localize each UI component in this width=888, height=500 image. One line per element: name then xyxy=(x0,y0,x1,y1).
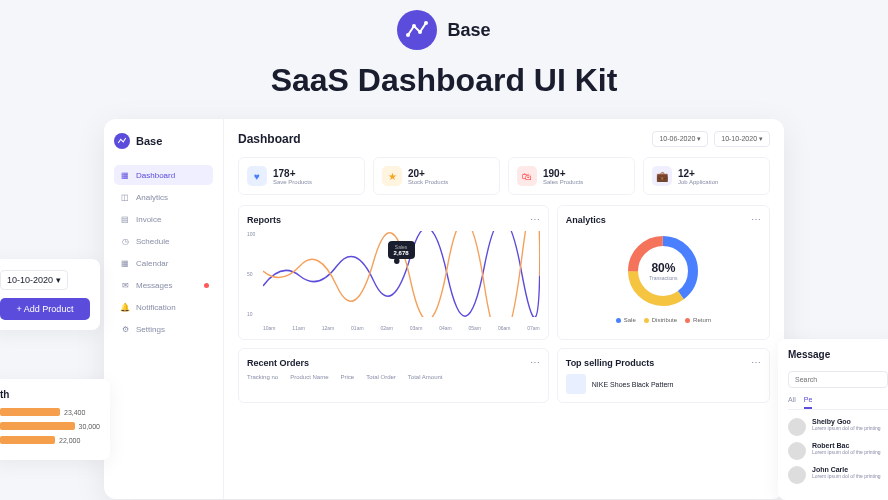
sidebar-item-messages[interactable]: ✉Messages xyxy=(114,275,213,295)
bag-icon: 🛍 xyxy=(517,166,537,186)
date-to[interactable]: 10-10-2020 ▾ xyxy=(714,131,770,147)
page-title: Dashboard xyxy=(238,132,301,146)
content-header: Dashboard 10-06-2020 ▾ 10-10-2020 ▾ xyxy=(238,131,770,147)
more-icon[interactable]: ⋯ xyxy=(530,357,540,368)
more-icon[interactable]: ⋯ xyxy=(751,357,761,368)
dashboard-card: Base ▦Dashboard ◫Analytics ▤Invoice ◷Sch… xyxy=(104,119,784,499)
messages-panel: Message All Pe Shelby GooLorem ipsum dol… xyxy=(778,339,888,500)
more-icon[interactable]: ⋯ xyxy=(751,214,761,225)
donut-label: Transactions xyxy=(649,275,677,281)
legend-item: Return xyxy=(685,317,711,323)
y-axis: 1005010 xyxy=(247,231,255,317)
top-title: Top selling Products xyxy=(566,358,654,368)
svg-point-1 xyxy=(412,24,416,28)
orders-title: Recent Orders xyxy=(247,358,309,368)
badge-icon xyxy=(204,283,209,288)
message-tabs: All Pe xyxy=(788,396,888,410)
tab-people[interactable]: Pe xyxy=(804,396,813,409)
heart-icon: ♥ xyxy=(247,166,267,186)
sidebar-item-invoice[interactable]: ▤Invoice xyxy=(114,209,213,229)
sidebar-brand-text: Base xyxy=(136,135,162,147)
file-icon: ▤ xyxy=(120,214,130,224)
donut-percent: 80% xyxy=(649,261,677,275)
sidebar-item-schedule[interactable]: ◷Schedule xyxy=(114,231,213,251)
brand-logo-icon xyxy=(114,133,130,149)
sidebar: Base ▦Dashboard ◫Analytics ▤Invoice ◷Sch… xyxy=(104,119,224,499)
clock-icon: ◷ xyxy=(120,236,130,246)
star-icon: ★ xyxy=(382,166,402,186)
sidebar-item-calendar[interactable]: ▦Calendar xyxy=(114,253,213,273)
mid-panels: Reports⋯ 1005010 Sales xyxy=(238,205,770,340)
left-panel-product: 10-10-2020 ▾ + Add Product xyxy=(0,259,100,330)
donut-chart: 80% Transactions xyxy=(623,231,703,311)
bottom-panels: Recent Orders⋯ Tracking noProduct NamePr… xyxy=(238,348,770,403)
reports-title: Reports xyxy=(247,215,281,225)
orders-panel: Recent Orders⋯ Tracking noProduct NamePr… xyxy=(238,348,549,403)
product-thumb xyxy=(566,374,586,394)
messages-title: Message xyxy=(788,349,888,360)
svg-point-2 xyxy=(418,30,422,34)
bell-icon: 🔔 xyxy=(120,302,130,312)
stat-cards: ♥178+Save Products ★20+Stock Products 🛍1… xyxy=(238,157,770,195)
stat-card-save: ♥178+Save Products xyxy=(238,157,365,195)
more-icon[interactable]: ⋯ xyxy=(530,214,540,225)
chart-tooltip: Sales 2,678 xyxy=(388,241,415,259)
mail-icon: ✉ xyxy=(120,280,130,290)
legend-item: Sale xyxy=(616,317,636,323)
briefcase-icon: 💼 xyxy=(652,166,672,186)
sidebar-item-settings[interactable]: ⚙Settings xyxy=(114,319,213,339)
gear-icon: ⚙ xyxy=(120,324,130,334)
stat-card-stock: ★20+Stock Products xyxy=(373,157,500,195)
stat-card-jobs: 💼12+Job Application xyxy=(643,157,770,195)
sidebar-item-analytics[interactable]: ◫Analytics xyxy=(114,187,213,207)
legend-item: Distribute xyxy=(644,317,677,323)
hero-logo: Base xyxy=(397,10,490,50)
month-title: th xyxy=(0,389,100,400)
svg-point-3 xyxy=(424,21,428,25)
reports-panel: Reports⋯ 1005010 Sales xyxy=(238,205,549,340)
content: Dashboard 10-06-2020 ▾ 10-10-2020 ▾ ♥178… xyxy=(224,119,784,499)
bar-row: 22,000 xyxy=(0,436,100,444)
top-item: NIKE Shoes Black Pattern xyxy=(566,374,761,394)
hero: Base SaaS Dashboard UI Kit xyxy=(0,0,888,119)
message-item[interactable]: Robert BacLorem ipsum dol of the printin… xyxy=(788,442,888,460)
analytics-title: Analytics xyxy=(566,215,606,225)
message-item[interactable]: Shelby GooLorem ipsum dol of the printin… xyxy=(788,418,888,436)
sidebar-item-notification[interactable]: 🔔Notification xyxy=(114,297,213,317)
avatar xyxy=(788,466,806,484)
search-input[interactable] xyxy=(788,371,888,388)
analytics-panel: Analytics⋯ 80% Transactions xyxy=(557,205,770,340)
tab-all[interactable]: All xyxy=(788,396,796,409)
table-header: Tracking noProduct NamePriceTotal OrderT… xyxy=(247,374,540,380)
calendar-icon: ▦ xyxy=(120,258,130,268)
date-range: 10-06-2020 ▾ 10-10-2020 ▾ xyxy=(652,131,770,147)
message-item[interactable]: John CarleLorem ipsum dol of the printin… xyxy=(788,466,888,484)
date-chip[interactable]: 10-10-2020 ▾ xyxy=(0,270,68,290)
sidebar-logo: Base xyxy=(114,133,213,149)
svg-point-0 xyxy=(406,33,410,37)
bar-row: 30,000 xyxy=(0,422,100,430)
top-selling-panel: Top selling Products⋯ NIKE Shoes Black P… xyxy=(557,348,770,403)
reports-chart: 1005010 Sales 2,678 xyxy=(247,231,540,331)
x-axis: 10am11am12am01am02am03am04am05am06am07am xyxy=(263,325,540,331)
legend: Sale Distribute Return xyxy=(616,317,711,323)
chart-icon: ◫ xyxy=(120,192,130,202)
brand-logo-icon xyxy=(397,10,437,50)
hero-title: SaaS Dashboard UI Kit xyxy=(0,62,888,99)
hero-brand-text: Base xyxy=(447,20,490,41)
grid-icon: ▦ xyxy=(120,170,130,180)
avatar xyxy=(788,442,806,460)
add-product-button[interactable]: + Add Product xyxy=(0,298,90,320)
bar-row: 23,400 xyxy=(0,408,100,416)
date-from[interactable]: 10-06-2020 ▾ xyxy=(652,131,708,147)
left-panel-month: th 23,400 30,000 22,000 xyxy=(0,379,110,460)
sidebar-item-dashboard[interactable]: ▦Dashboard xyxy=(114,165,213,185)
avatar xyxy=(788,418,806,436)
stat-card-sales: 🛍190+Sales Products xyxy=(508,157,635,195)
